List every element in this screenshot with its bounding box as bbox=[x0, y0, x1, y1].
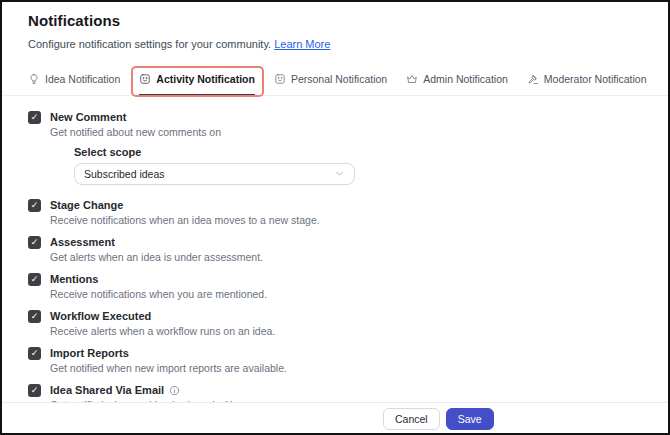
setting-label-text: Idea Shared Via Email bbox=[50, 383, 164, 397]
cancel-button[interactable]: Cancel bbox=[383, 408, 440, 430]
checkmark-icon: ✓ bbox=[31, 113, 39, 122]
notifications-settings-page: Notifications Configure notification set… bbox=[0, 0, 670, 412]
scope-section: Select scope Subscribed ideas bbox=[74, 146, 642, 185]
reaction-icon bbox=[139, 73, 151, 85]
checkmark-icon: ✓ bbox=[31, 349, 39, 358]
tab-label: Moderator Notification bbox=[544, 73, 647, 85]
tab-label: Idea Notification bbox=[45, 73, 120, 85]
subtitle-text: Configure notification settings for your… bbox=[28, 38, 271, 50]
gavel-icon bbox=[527, 73, 539, 85]
setting-row-new-comment: ✓ New Comment Get notified about new com… bbox=[28, 110, 642, 139]
tab-label: Admin Notification bbox=[423, 73, 508, 85]
checkmark-icon: ✓ bbox=[31, 275, 39, 284]
page-header: Notifications Configure notification set… bbox=[0, 0, 670, 50]
settings-list: ✓ New Comment Get notified about new com… bbox=[0, 110, 670, 412]
setting-label: Stage Change bbox=[50, 198, 320, 212]
scope-select[interactable]: Subscribed ideas bbox=[74, 163, 355, 185]
setting-row-stage-change: ✓ Stage Change Receive notifications whe… bbox=[28, 198, 642, 227]
setting-label: Idea Shared Via Email bbox=[50, 383, 259, 397]
setting-description: Get notified about new comments on bbox=[50, 125, 221, 139]
page-title: Notifications bbox=[28, 12, 642, 29]
tab-moderator-notification[interactable]: Moderator Notification bbox=[527, 73, 647, 96]
chevron-down-icon bbox=[334, 168, 345, 181]
setting-description: Receive alerts when a workflow runs on a… bbox=[50, 324, 275, 338]
tab-label: Activity Notification bbox=[156, 73, 255, 85]
tab-label: Personal Notification bbox=[291, 73, 387, 85]
save-button[interactable]: Save bbox=[446, 408, 494, 430]
reaction-icon bbox=[274, 73, 286, 85]
select-scope-label: Select scope bbox=[74, 146, 642, 158]
setting-label: Mentions bbox=[50, 272, 267, 286]
lightbulb-icon bbox=[28, 73, 40, 85]
setting-label: Import Reports bbox=[50, 346, 287, 360]
setting-description: Receive notifications when an idea moves… bbox=[50, 213, 320, 227]
setting-description: Get alerts when an idea is under assessm… bbox=[50, 250, 263, 264]
footer-bar: Cancel Save bbox=[2, 402, 668, 433]
tab-idea-notification[interactable]: Idea Notification bbox=[28, 73, 120, 96]
new-comment-checkbox[interactable]: ✓ bbox=[28, 111, 41, 124]
setting-row-import-reports: ✓ Import Reports Get notified when new i… bbox=[28, 346, 642, 375]
assessment-checkbox[interactable]: ✓ bbox=[28, 236, 41, 249]
footer-buttons: Cancel Save bbox=[383, 408, 494, 430]
setting-row-mentions: ✓ Mentions Receive notifications when yo… bbox=[28, 272, 642, 301]
stage-change-checkbox[interactable]: ✓ bbox=[28, 199, 41, 212]
setting-row-workflow-executed: ✓ Workflow Executed Receive alerts when … bbox=[28, 309, 642, 338]
import-reports-checkbox[interactable]: ✓ bbox=[28, 347, 41, 360]
setting-row-assessment: ✓ Assessment Get alerts when an idea is … bbox=[28, 235, 642, 264]
setting-label: Workflow Executed bbox=[50, 309, 275, 323]
setting-label: New Comment bbox=[50, 110, 221, 124]
learn-more-link[interactable]: Learn More bbox=[274, 38, 330, 50]
tab-activity-notification[interactable]: Activity Notification bbox=[139, 73, 255, 96]
tab-personal-notification[interactable]: Personal Notification bbox=[274, 73, 387, 96]
mentions-checkbox[interactable]: ✓ bbox=[28, 273, 41, 286]
checkmark-icon: ✓ bbox=[31, 386, 39, 395]
tab-admin-notification[interactable]: Admin Notification bbox=[406, 73, 508, 96]
setting-description: Receive notifications when you are menti… bbox=[50, 287, 267, 301]
checkmark-icon: ✓ bbox=[31, 312, 39, 321]
info-icon[interactable] bbox=[169, 385, 180, 396]
workflow-executed-checkbox[interactable]: ✓ bbox=[28, 310, 41, 323]
scope-select-value: Subscribed ideas bbox=[84, 168, 165, 180]
idea-shared-via-email-checkbox[interactable]: ✓ bbox=[28, 384, 41, 397]
page-subtitle: Configure notification settings for your… bbox=[28, 38, 642, 50]
setting-description: Get notified when new import reports are… bbox=[50, 361, 287, 375]
checkmark-icon: ✓ bbox=[31, 238, 39, 247]
setting-label: Assessment bbox=[50, 235, 263, 249]
notification-tabs: Idea Notification Activity Notification … bbox=[0, 73, 670, 96]
crown-icon bbox=[406, 73, 418, 85]
checkmark-icon: ✓ bbox=[31, 201, 39, 210]
